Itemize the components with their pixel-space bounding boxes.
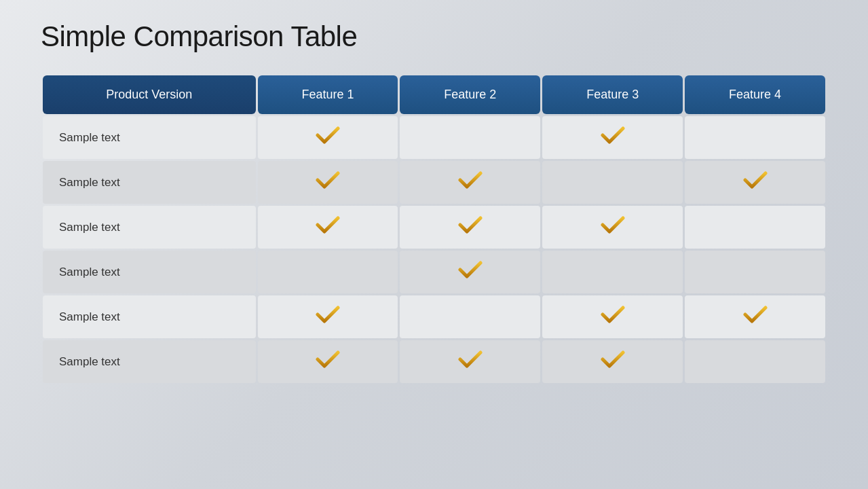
row-1-feature-1 xyxy=(258,161,398,204)
check-icon xyxy=(601,126,625,146)
check-icon xyxy=(458,170,483,191)
table-header-row: Product Version Feature 1 Feature 2 Feat… xyxy=(43,75,825,114)
row-2-feature-2 xyxy=(400,206,540,249)
table-row: Sample text xyxy=(43,116,825,159)
row-1-product: Sample text xyxy=(43,161,256,204)
row-3-feature-1 xyxy=(258,251,398,293)
check-icon xyxy=(316,215,340,236)
check-icon xyxy=(458,215,483,236)
row-1-feature-2 xyxy=(400,161,540,204)
row-3-product: Sample text xyxy=(43,251,256,293)
check-icon xyxy=(316,350,340,370)
table-row: Sample text xyxy=(43,295,825,338)
row-0-feature-1 xyxy=(258,116,398,159)
page-title: Simple Comparison Table xyxy=(41,20,827,53)
header-feature-1: Feature 1 xyxy=(258,75,398,114)
row-5-feature-4 xyxy=(685,340,825,383)
row-5-product: Sample text xyxy=(43,340,256,383)
row-4-feature-3 xyxy=(542,295,683,338)
row-0-product: Sample text xyxy=(43,116,256,159)
comparison-table: Product Version Feature 1 Feature 2 Feat… xyxy=(41,73,827,385)
row-2-feature-4 xyxy=(685,206,825,249)
row-4-feature-2 xyxy=(400,295,540,338)
table-row: Sample text xyxy=(43,251,825,293)
table-row: Sample text xyxy=(43,206,825,249)
row-0-feature-2 xyxy=(400,116,540,159)
row-2-feature-1 xyxy=(258,206,398,249)
row-4-feature-1 xyxy=(258,295,398,338)
row-0-feature-4 xyxy=(685,116,825,159)
header-feature-3: Feature 3 xyxy=(542,75,683,114)
row-2-product: Sample text xyxy=(43,206,256,249)
check-icon xyxy=(458,260,483,280)
table-row: Sample text xyxy=(43,340,825,383)
row-4-product: Sample text xyxy=(43,295,256,338)
row-1-feature-4 xyxy=(685,161,825,204)
row-4-feature-4 xyxy=(685,295,825,338)
row-0-feature-3 xyxy=(542,116,683,159)
check-icon xyxy=(458,350,483,370)
row-1-feature-3 xyxy=(542,161,683,204)
check-icon xyxy=(601,305,625,325)
row-3-feature-2 xyxy=(400,251,540,293)
check-icon xyxy=(601,215,625,236)
row-5-feature-1 xyxy=(258,340,398,383)
table-row: Sample text xyxy=(43,161,825,204)
row-5-feature-3 xyxy=(542,340,683,383)
header-product-version: Product Version xyxy=(43,75,256,114)
row-3-feature-3 xyxy=(542,251,683,293)
check-icon xyxy=(743,170,768,191)
check-icon xyxy=(316,170,340,191)
check-icon xyxy=(743,305,768,325)
check-icon xyxy=(316,305,340,325)
row-3-feature-4 xyxy=(685,251,825,293)
row-5-feature-2 xyxy=(400,340,540,383)
header-feature-4: Feature 4 xyxy=(685,75,825,114)
header-feature-2: Feature 2 xyxy=(400,75,540,114)
row-2-feature-3 xyxy=(542,206,683,249)
check-icon xyxy=(601,350,625,370)
check-icon xyxy=(316,126,340,146)
